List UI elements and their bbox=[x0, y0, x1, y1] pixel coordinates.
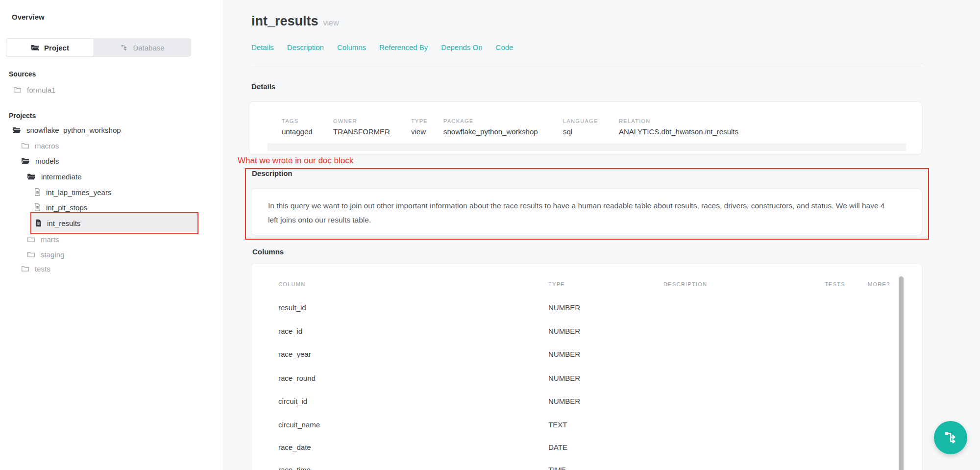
toggle-database-label: Database bbox=[133, 44, 164, 52]
meta-label: OWNER bbox=[333, 118, 390, 124]
annotation-text: What we wrote in our doc block bbox=[238, 156, 353, 166]
stats-expander-bar[interactable] bbox=[268, 144, 906, 151]
page-title: int_resultsview bbox=[251, 14, 339, 29]
sidebar-item-snowflake-python-workshop[interactable]: snowflake_python_workshop bbox=[12, 124, 121, 136]
source-label: formula1 bbox=[27, 86, 55, 94]
nav-link-description[interactable]: Description bbox=[287, 43, 324, 51]
cell-column-name: circuit_name bbox=[278, 421, 320, 429]
folder-icon bbox=[21, 265, 29, 272]
nav-link-columns[interactable]: Columns bbox=[337, 43, 366, 51]
folder-icon bbox=[21, 142, 29, 149]
sidebar-item-marts[interactable]: marts bbox=[27, 233, 59, 246]
lineage-graph-button[interactable] bbox=[934, 421, 967, 454]
meta-type: TYPE view bbox=[411, 118, 428, 136]
th-tests: TESTS bbox=[825, 281, 845, 287]
meta-value: ANALYTICS.dbt_hwatson.int_results bbox=[619, 127, 738, 136]
view-toggle: Project Database bbox=[6, 38, 191, 57]
description-card: In this query we want to join out other … bbox=[251, 188, 922, 235]
cell-column-name: race_id bbox=[278, 327, 302, 335]
model-name: int_results bbox=[251, 14, 318, 28]
dbt-docs-app: Overview Project Database Sources formul… bbox=[0, 0, 980, 470]
description-body: In this query we want to join out other … bbox=[268, 198, 888, 227]
sidebar-item-tests[interactable]: tests bbox=[21, 262, 50, 275]
description-heading: Description bbox=[252, 169, 293, 177]
meta-label: LANGUAGE bbox=[563, 118, 598, 124]
meta-label: TYPE bbox=[411, 118, 428, 124]
sidebar-item-int-results[interactable]: int_results bbox=[35, 217, 80, 229]
cell-column-type: NUMBER bbox=[548, 327, 580, 335]
th-type: TYPE bbox=[548, 281, 565, 287]
sidebar-item-staging[interactable]: staging bbox=[27, 248, 64, 261]
table-scrollbar[interactable] bbox=[898, 273, 904, 470]
sidebar-item-int-pit-stops[interactable]: int_pit_stops bbox=[34, 201, 87, 214]
projects-heading: Projects bbox=[9, 112, 36, 120]
tree-label: snowflake_python_workshop bbox=[26, 126, 121, 134]
cell-column-type: TEXT bbox=[548, 421, 567, 429]
meta-label: PACKAGE bbox=[443, 118, 538, 124]
cell-column-type: TIME bbox=[548, 466, 566, 470]
cell-column-name: circuit_id bbox=[278, 397, 307, 405]
meta-owner: OWNER TRANSFORMER bbox=[333, 118, 390, 136]
meta-value: snowflake_python_workshop bbox=[443, 127, 538, 136]
cell-column-type: NUMBER bbox=[548, 303, 580, 312]
section-nav: Details Description Columns Referenced B… bbox=[251, 43, 513, 51]
tree-icon bbox=[121, 44, 128, 51]
tree-label: int_pit_stops bbox=[46, 203, 87, 212]
folder-icon bbox=[31, 44, 39, 51]
tree-label: macros bbox=[35, 142, 59, 150]
file-icon bbox=[34, 203, 41, 211]
cell-column-name: race_round bbox=[278, 374, 316, 382]
nav-link-depends-on[interactable]: Depends On bbox=[441, 43, 482, 51]
overview-link[interactable]: Overview bbox=[12, 13, 45, 21]
meta-value: view bbox=[411, 127, 428, 136]
toggle-database-tab[interactable]: Database bbox=[94, 38, 191, 57]
nav-link-details[interactable]: Details bbox=[251, 43, 274, 51]
sidebar-item-int-lap-times-years[interactable]: int_lap_times_years bbox=[34, 186, 111, 198]
folder-open-icon bbox=[27, 173, 36, 180]
meta-language: LANGUAGE sql bbox=[563, 118, 598, 136]
sidebar-item-intermediate[interactable]: intermediate bbox=[27, 170, 82, 183]
cell-column-name: result_id bbox=[278, 303, 306, 312]
meta-value: TRANSFORMER bbox=[333, 127, 390, 136]
meta-value: sql bbox=[563, 127, 598, 136]
file-filled-icon bbox=[35, 219, 42, 227]
file-icon bbox=[34, 188, 41, 196]
folder-open-icon bbox=[12, 126, 21, 133]
nav-divider bbox=[251, 63, 923, 63]
sidebar-item-models[interactable]: models bbox=[21, 154, 59, 167]
folder-open-icon bbox=[21, 157, 30, 164]
sidebar-item-macros[interactable]: macros bbox=[21, 139, 59, 152]
meta-package: PACKAGE snowflake_python_workshop bbox=[443, 118, 538, 136]
nav-link-referenced-by[interactable]: Referenced By bbox=[379, 43, 428, 51]
cell-column-name: race_time bbox=[278, 466, 311, 470]
sidebar: Overview Project Database Sources formul… bbox=[0, 0, 223, 470]
cell-column-name: race_year bbox=[278, 350, 311, 358]
materialization-badge: view bbox=[323, 19, 339, 27]
cell-column-type: NUMBER bbox=[548, 374, 580, 382]
columns-card: COLUMN TYPE DESCRIPTION TESTS MORE? resu… bbox=[251, 263, 922, 470]
columns-heading: Columns bbox=[252, 247, 284, 256]
folder-icon bbox=[27, 236, 35, 243]
main-content: int_resultsview Details Description Colu… bbox=[223, 0, 980, 470]
folder-icon bbox=[27, 251, 35, 258]
details-heading: Details bbox=[251, 82, 275, 91]
cell-column-type: DATE bbox=[548, 443, 567, 451]
th-description: DESCRIPTION bbox=[663, 281, 707, 287]
cell-column-type: NUMBER bbox=[548, 350, 580, 358]
meta-label: RELATION bbox=[619, 118, 738, 124]
th-more: MORE? bbox=[868, 281, 890, 287]
toggle-project-tab[interactable]: Project bbox=[6, 38, 94, 57]
tree-label: intermediate bbox=[41, 173, 82, 181]
meta-relation: RELATION ANALYTICS.dbt_hwatson.int_resul… bbox=[619, 118, 738, 136]
tree-label: int_lap_times_years bbox=[46, 188, 111, 197]
folder-icon bbox=[13, 86, 22, 93]
nav-link-code[interactable]: Code bbox=[496, 43, 514, 51]
details-card: TAGS untagged OWNER TRANSFORMER TYPE vie… bbox=[249, 101, 922, 154]
cell-column-name: race_date bbox=[278, 443, 311, 451]
th-column: COLUMN bbox=[278, 281, 305, 287]
table-scrollbar-thumb[interactable] bbox=[899, 276, 904, 470]
tree-label: tests bbox=[35, 265, 50, 273]
tree-label: models bbox=[35, 157, 59, 165]
tree-label: staging bbox=[41, 250, 64, 259]
sidebar-item-formula1[interactable]: formula1 bbox=[13, 83, 55, 96]
